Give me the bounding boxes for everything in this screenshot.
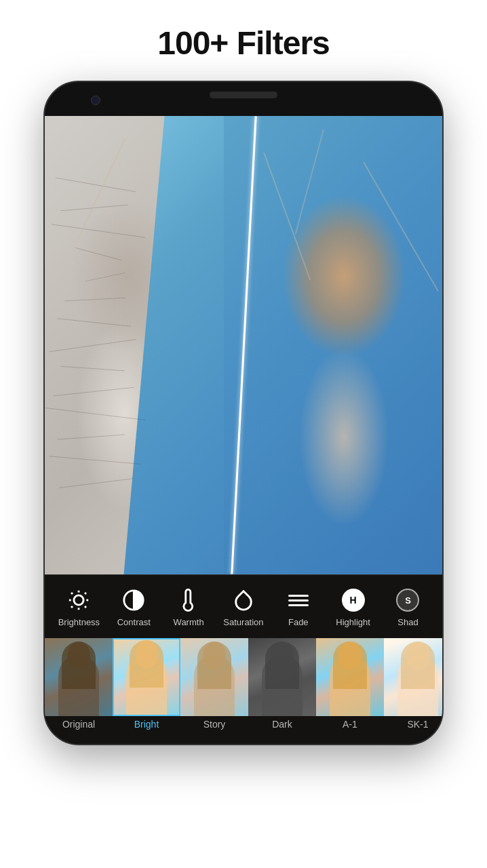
- sketch-lines: [45, 116, 244, 574]
- fade-line-2: [288, 599, 309, 601]
- phone-speaker: [210, 92, 277, 98]
- tool-contrast[interactable]: Contrast: [110, 587, 157, 627]
- tool-saturation[interactable]: Saturation: [220, 587, 267, 627]
- filter-a1-thumb: [316, 638, 384, 716]
- toolbar: Brightness Contrast: [45, 574, 442, 744]
- filter-dark-label: Dark: [272, 719, 292, 730]
- svg-line-8: [85, 593, 86, 594]
- phone-frame: Brightness Contrast: [43, 81, 444, 745]
- filter-a1-label: A-1: [343, 719, 357, 730]
- tool-warmth[interactable]: Warmth: [165, 587, 212, 627]
- fade-line-1: [288, 595, 309, 597]
- filter-a1[interactable]: A-1: [316, 638, 384, 730]
- svg-line-7: [71, 606, 73, 608]
- filter-original[interactable]: Original: [45, 638, 113, 730]
- filter-story[interactable]: Story: [180, 638, 248, 730]
- toolbar-icons-row: Brightness Contrast: [45, 575, 442, 633]
- filter-bright[interactable]: Bright: [113, 638, 180, 730]
- filter-sk1[interactable]: SK-1: [384, 638, 442, 730]
- svg-point-0: [74, 595, 83, 605]
- filter-sk1-thumb: [384, 638, 442, 716]
- tool-highlight[interactable]: H Highlight: [330, 587, 377, 627]
- fade-icon: [286, 587, 311, 613]
- fade-line-3: [288, 604, 309, 606]
- shadow-label: Shad: [397, 617, 418, 627]
- tool-fade[interactable]: Fade: [275, 587, 322, 627]
- saturation-icon: [231, 587, 256, 613]
- fade-label: Fade: [288, 617, 309, 627]
- warmth-icon: [176, 587, 201, 613]
- filter-story-label: Story: [203, 719, 226, 730]
- highlight-label: Highlight: [336, 617, 370, 627]
- warmth-label: Warmth: [174, 617, 204, 627]
- svg-line-3: [71, 593, 73, 594]
- tool-shadow[interactable]: S Shad: [384, 587, 431, 627]
- contrast-icon: [121, 587, 147, 613]
- filter-dark[interactable]: Dark: [248, 638, 316, 730]
- phone-camera: [91, 96, 100, 105]
- photo-right-color: [224, 116, 442, 574]
- contrast-label: Contrast: [117, 617, 151, 627]
- brightness-label: Brightness: [58, 617, 100, 627]
- photo-area: [45, 116, 442, 574]
- highlight-icon: H: [340, 587, 366, 613]
- page-title: 100+ Filters: [157, 24, 330, 62]
- saturation-label: Saturation: [223, 617, 263, 627]
- filter-dark-thumb: [248, 638, 316, 716]
- filter-sk1-label: SK-1: [407, 719, 428, 730]
- filter-story-thumb: [180, 638, 248, 716]
- tool-brightness[interactable]: Brightness: [55, 587, 102, 627]
- phone-mockup: Brightness Contrast: [43, 81, 444, 745]
- shadow-icon: S: [395, 587, 421, 613]
- svg-line-4: [85, 606, 86, 608]
- filter-original-thumb: [45, 638, 113, 716]
- filter-bright-thumb: [113, 638, 180, 716]
- filter-strip: Original Bright: [45, 633, 442, 730]
- brightness-icon: [66, 587, 92, 613]
- filter-bright-label: Bright: [134, 719, 159, 730]
- filter-original-label: Original: [62, 719, 95, 730]
